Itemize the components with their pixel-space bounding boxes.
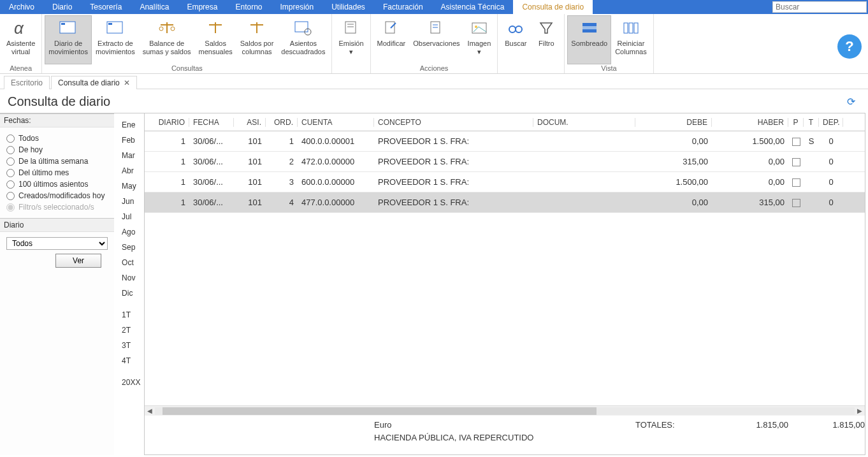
radio-creados-hoy[interactable]: Creados/modificados hoy [6,190,108,201]
svg-rect-29 [582,26,597,29]
ver-button[interactable]: Ver [55,254,101,268]
month-3t[interactable]: 3T [114,338,144,353]
scale-icon [245,18,268,38]
diario-movimientos-button[interactable]: Diario de movimientos [45,15,92,64]
radio-ultima-semana[interactable]: De la última semana [6,156,108,167]
svg-rect-31 [624,23,628,33]
modificar-button[interactable]: Modificar [373,15,410,64]
menu-impresion[interactable]: Impresión [271,0,322,14]
filtro-button[interactable]: Filtro [531,15,561,72]
asientos-descuadrados-button[interactable]: Asientos descuadrados [277,15,329,64]
col-asi[interactable]: ASI. [234,118,266,127]
reiniciar-columnas-button[interactable]: Reiniciar Columnas [611,15,651,64]
menu-tesoreria[interactable]: Tesorería [81,0,131,14]
col-diario[interactable]: DIARIO [145,118,189,127]
col-cuenta[interactable]: CUENTA [298,118,374,127]
month-2t[interactable]: 2T [114,323,144,338]
svg-point-8 [171,27,175,31]
col-ord[interactable]: ORD. [266,118,298,127]
col-haber[interactable]: HABER [712,118,788,127]
sombreado-button[interactable]: Sombreado [567,15,611,64]
ribbon-group-consultas: Consultas [171,64,203,73]
observaciones-button[interactable]: Observaciones [409,15,463,64]
horizontal-scrollbar[interactable]: ◀▶ [145,405,865,416]
menu-entorno[interactable]: Entorno [226,0,271,14]
menu-archivo[interactable]: Archivo [0,0,43,14]
asistente-virtual-button[interactable]: α Asistente virtual [3,15,39,64]
svg-rect-4 [108,23,112,25]
tab-escritorio[interactable]: Escritorio [4,76,50,89]
menu-analitica[interactable]: Analítica [131,0,178,14]
emision-button[interactable]: Emisión ▾ [335,15,367,72]
col-fecha[interactable]: FECHA [189,118,234,127]
col-docum[interactable]: DOCUM. [533,118,635,127]
menu-utilidades[interactable]: Utilidades [322,0,374,14]
month-jun[interactable]: Jun [114,194,144,209]
month-20xx[interactable]: 20XX [114,375,144,390]
grid-header: DIARIO FECHA ASI. ORD. CUENTA CONCEPTO D… [145,113,865,131]
col-concepto[interactable]: CONCEPTO [374,118,533,127]
col-debe[interactable]: DEBE [635,118,712,127]
total-debe: 1.815,00 [712,420,788,430]
table-row[interactable]: 130/06/...1011400.0.0.00001PROVEEDOR 1 S… [145,131,865,152]
month-oct[interactable]: Oct [114,255,144,270]
svg-rect-32 [629,23,633,33]
diario-select[interactable]: Todos [6,237,108,250]
shading-icon [578,18,601,38]
footer-note: HACIENDA PÚBLICA, IVA REPERCUTIDO [374,433,629,442]
menu-asistencia[interactable]: Asistencia Técnica [432,0,514,14]
month-abr[interactable]: Abr [114,163,144,178]
diario-title: Diario [0,218,114,232]
menu-diario[interactable]: Diario [43,0,81,14]
radio-ultimo-mes[interactable]: Del último mes [6,167,108,178]
extracto-movimientos-button[interactable]: Extracto de movimientos [92,15,139,64]
menu-facturacion[interactable]: Facturación [374,0,432,14]
checkbox-icon [792,158,800,166]
ribbon-group-acciones: Acciones [420,64,449,73]
col-t[interactable]: T [804,118,819,127]
svg-rect-13 [295,22,308,32]
checkbox-icon [792,199,800,207]
extract-icon [104,18,127,38]
month-ene[interactable]: Ene [114,117,144,133]
menu-empresa[interactable]: Empresa [178,0,226,14]
radio-todos[interactable]: Todos [6,133,108,144]
imagen-button[interactable]: Imagen ▾ [464,15,495,64]
month-dic[interactable]: Dic [114,286,144,301]
alpha-icon: α [10,18,33,38]
month-may[interactable]: May [114,178,144,194]
close-icon[interactable]: ✕ [124,78,130,87]
fechas-title: Fechas: [0,113,114,127]
search-input[interactable] [772,1,867,13]
currency-label: Euro [374,420,457,430]
help-icon[interactable]: ? [837,34,862,59]
refresh-icon[interactable]: ⟳ [842,94,860,109]
month-sep[interactable]: Sep [114,240,144,255]
balance-sumas-saldos-button[interactable]: Balance de sumas y saldos [139,15,195,64]
month-4t[interactable]: 4T [114,353,144,368]
saldos-columnas-button[interactable]: Saldos por columnas [236,15,278,64]
tab-consulta-diario[interactable]: Consulta de diario✕ [51,76,137,89]
svg-point-25 [509,26,516,33]
month-list: EneFebMarAbrMayJunJulAgoSepOctNovDic1T2T… [114,113,144,455]
month-feb[interactable]: Feb [114,133,144,148]
document-stack-icon [340,18,363,38]
scale-icon [204,18,227,38]
saldos-mensuales-button[interactable]: Saldos mensuales [195,15,236,64]
table-row[interactable]: 130/06/...1012472.0.0.00000PROVEEDOR 1 S… [145,152,865,172]
radio-100-ultimos[interactable]: 100 últimos asientos [6,178,108,190]
menu-consulta-diario[interactable]: Consulta de diario [513,0,593,14]
month-jul[interactable]: Jul [114,209,144,224]
month-nov[interactable]: Nov [114,270,144,286]
table-row[interactable]: 130/06/...1014477.0.0.00000PROVEEDOR 1 S… [145,192,865,213]
total-haber: 1.815,00 [788,420,865,430]
month-ago[interactable]: Ago [114,224,144,240]
col-dep[interactable]: DEP. [819,118,843,127]
col-p[interactable]: P [788,118,804,127]
radio-hoy[interactable]: De hoy [6,144,108,156]
buscar-button[interactable]: Buscar [500,15,531,72]
document-tabs: Escritorio Consulta de diario✕ [0,74,868,89]
month-mar[interactable]: Mar [114,148,144,163]
month-1t[interactable]: 1T [114,307,144,323]
table-row[interactable]: 130/06/...1013600.0.0.00000PROVEEDOR 1 S… [145,172,865,192]
